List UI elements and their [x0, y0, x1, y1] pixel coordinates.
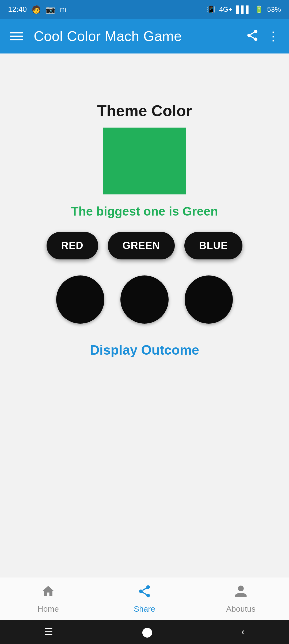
svg-point-6	[139, 589, 143, 593]
nav-home[interactable]: Home	[21, 584, 75, 614]
system-nav-bar: ☰ ⬤ ‹	[0, 620, 289, 644]
circle-1	[56, 275, 104, 324]
color-circles-row	[56, 275, 233, 324]
sys-back-icon[interactable]: ‹	[241, 626, 245, 638]
status-signal-icon: ▌▌▌	[236, 5, 251, 14]
app-bar-icons: ⋮	[246, 29, 279, 44]
sys-menu-icon[interactable]: ☰	[44, 626, 53, 638]
status-person-icon: 🧑	[32, 5, 41, 14]
svg-point-0	[254, 30, 257, 33]
svg-point-5	[146, 585, 150, 589]
status-vibrate-icon: 📳	[207, 5, 215, 14]
svg-line-9	[142, 588, 146, 590]
share-button[interactable]	[246, 29, 259, 44]
status-bar: 12:40 🧑 📷 m 📳 4G+ ▌▌▌ 🔋 53%	[0, 0, 289, 19]
app-bar: Cool Color Mach Game ⋮	[0, 19, 289, 53]
svg-line-3	[250, 36, 254, 38]
theme-color-heading: Theme Color	[97, 102, 192, 120]
status-time: 12:40	[8, 5, 27, 14]
svg-line-8	[142, 592, 146, 595]
circle-3	[185, 275, 233, 324]
svg-point-1	[247, 33, 251, 37]
app-title: Cool Color Mach Game	[34, 28, 235, 44]
blue-button[interactable]: BLUE	[184, 232, 242, 259]
status-battery-percent: 53%	[267, 5, 281, 14]
menu-button[interactable]	[10, 32, 23, 40]
more-options-button[interactable]: ⋮	[267, 30, 279, 42]
display-outcome-button[interactable]: Display Outcome	[90, 342, 199, 358]
red-button[interactable]: RED	[47, 232, 98, 259]
status-m-icon: m	[60, 5, 66, 14]
svg-line-4	[250, 32, 254, 34]
status-4g-icon: 4G+	[219, 5, 233, 14]
nav-aboutus-label: Aboutus	[226, 604, 256, 614]
svg-point-2	[254, 37, 257, 41]
answer-buttons-row: RED GREEN BLUE	[47, 232, 243, 259]
sys-home-circle-icon[interactable]: ⬤	[142, 626, 153, 638]
nav-share-label: Share	[134, 604, 155, 614]
menu-line-2	[10, 36, 23, 37]
status-camera-icon: 📷	[46, 5, 55, 14]
main-content: Theme Color The biggest one is Green RED…	[0, 53, 289, 577]
menu-line-3	[10, 39, 23, 40]
nav-aboutus[interactable]: Aboutus	[214, 584, 268, 614]
aboutus-icon	[234, 584, 248, 602]
status-right: 📳 4G+ ▌▌▌ 🔋 53%	[207, 5, 281, 14]
home-icon	[41, 584, 55, 602]
nav-share-icon	[137, 584, 152, 602]
biggest-label: The biggest one is Green	[71, 204, 218, 218]
nav-home-label: Home	[37, 604, 59, 614]
nav-share[interactable]: Share	[118, 584, 171, 614]
green-button[interactable]: GREEN	[108, 232, 175, 259]
status-battery-icon: 🔋	[255, 5, 263, 14]
svg-point-7	[146, 594, 150, 597]
circle-2	[120, 275, 169, 324]
bottom-nav: Home Share Aboutus	[0, 577, 289, 620]
menu-line-1	[10, 32, 23, 33]
status-left: 12:40 🧑 📷 m	[8, 5, 66, 14]
color-square	[103, 128, 186, 194]
